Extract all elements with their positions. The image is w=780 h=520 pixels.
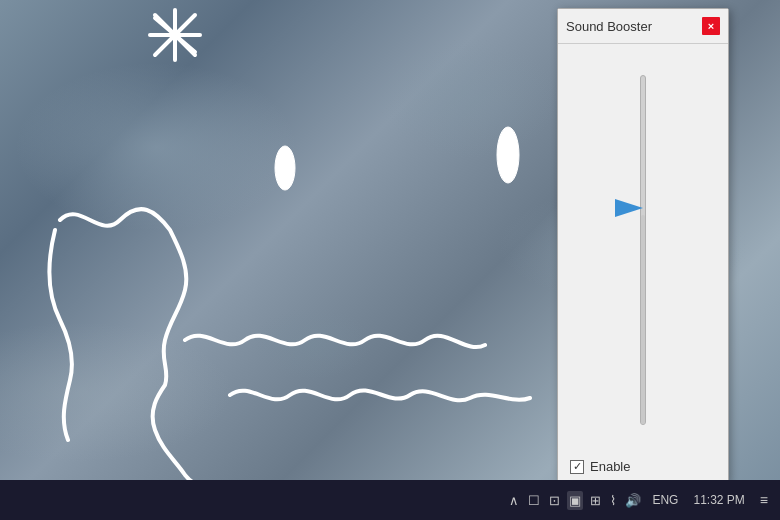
panel-content bbox=[558, 44, 728, 451]
wifi-icon[interactable]: ⌇ bbox=[608, 491, 618, 510]
slider-track-fill bbox=[641, 215, 645, 424]
doodle-drawing bbox=[0, 0, 560, 490]
language-indicator[interactable]: ENG bbox=[648, 491, 682, 509]
panel-footer: ✓ Enable bbox=[558, 451, 728, 482]
volume-slider-container[interactable] bbox=[558, 59, 728, 441]
taskbar: ∧ ☐ ⊡ ▣ ⊞ ⌇ 🔊 ENG 11:32 PM ≡ bbox=[0, 480, 780, 520]
action-center-icon[interactable]: ≡ bbox=[756, 490, 772, 510]
panel-title: Sound Booster bbox=[566, 19, 652, 34]
security-icon[interactable]: ⊞ bbox=[588, 491, 603, 510]
system-clock: 11:32 PM bbox=[687, 491, 750, 509]
slider-track[interactable] bbox=[640, 75, 646, 425]
system-tray: ∧ ☐ ⊡ ▣ ⊞ ⌇ 🔊 ENG 11:32 PM ≡ bbox=[507, 490, 772, 510]
svg-point-6 bbox=[497, 127, 519, 183]
slider-thumb-arrow bbox=[615, 199, 643, 217]
notifications-icon[interactable]: ☐ bbox=[526, 491, 542, 510]
enable-checkbox[interactable]: ✓ bbox=[570, 460, 584, 474]
panel-titlebar: Sound Booster × bbox=[558, 9, 728, 44]
screen-capture-icon[interactable]: ⊡ bbox=[547, 491, 562, 510]
volume-icon[interactable]: 🔊 bbox=[623, 491, 643, 510]
svg-point-5 bbox=[275, 146, 295, 190]
slider-thumb[interactable] bbox=[629, 199, 657, 217]
enable-label[interactable]: Enable bbox=[590, 459, 630, 474]
sound-booster-panel: Sound Booster × ✓ Enable bbox=[557, 8, 729, 483]
camera-icon[interactable]: ▣ bbox=[567, 491, 583, 510]
chevron-icon[interactable]: ∧ bbox=[507, 491, 521, 510]
panel-close-button[interactable]: × bbox=[702, 17, 720, 35]
